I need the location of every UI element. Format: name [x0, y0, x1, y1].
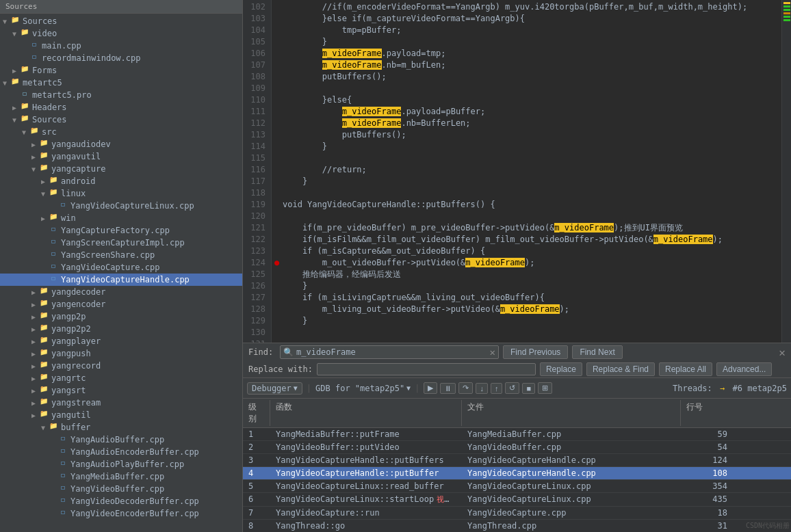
table-row[interactable]: 2YangVideoBuffer::putVideoYangVideoBuffe…: [243, 441, 791, 454]
sidebar-item-metartc5[interactable]: ▼📁metartc5: [0, 77, 242, 89]
sidebar-item-yangvideobuffer-cpp[interactable]: ◻YangVideoBuffer.cpp: [0, 483, 242, 495]
debug-step-over-btn[interactable]: ↷: [458, 382, 473, 394]
sidebar-item-yangvideodecoderbuffer-cpp[interactable]: ◻YangVideoDecoderBuffer.cpp: [0, 495, 242, 507]
right-scrollbar-marks: [781, 0, 791, 343]
folder-arrow-icon: ▶: [29, 350, 38, 358]
find-clear-icon[interactable]: ✕: [490, 347, 495, 358]
sidebar-item-android[interactable]: ▶📁android: [0, 175, 242, 187]
code-line: }else{: [274, 94, 779, 106]
sidebar-item-yangp2p2[interactable]: ▶📁yangp2p2: [0, 323, 242, 335]
debug-interrupt-btn[interactable]: ⏸: [440, 383, 456, 394]
find-input[interactable]: [296, 347, 490, 357]
sidebar-item-yangencoder[interactable]: ▶📁yangencoder: [0, 298, 242, 310]
table-row[interactable]: 7YangVideoCapture::runYangVideoCapture.c…: [243, 507, 791, 520]
debugger-dropdown[interactable]: Debugger ▼: [247, 382, 302, 395]
tree-item-label: YangAudioEncoderBuffer.cpp: [70, 447, 199, 457]
replace-input[interactable]: [320, 364, 532, 374]
sidebar-item-yangmediabuffer-cpp[interactable]: ◻YangMediaBuffer.cpp: [0, 470, 242, 483]
threads-selector[interactable]: Threads: → #6 metap2p5: [673, 384, 787, 393]
sidebar-item-recordmainwindow-cpp[interactable]: ◻recordmainwindow.cpp: [0, 52, 242, 64]
debug-step-out-btn[interactable]: ↑: [491, 383, 503, 394]
sidebar-item-yangscreencaptureimpl-cpp[interactable]: ◻YangScreenCaptureImpl.cpp: [0, 237, 242, 249]
call-level: 3: [243, 454, 270, 466]
sidebar-item-yangcapturefactory-cpp[interactable]: ◻YangCaptureFactory.cpp: [0, 224, 242, 237]
sidebar-item-forms[interactable]: ▶📁Forms: [0, 64, 242, 77]
find-bar-close-icon[interactable]: ✕: [779, 346, 786, 359]
sidebar-item-src[interactable]: ▼📁src: [0, 126, 242, 138]
cpp-file-icon: ◻: [48, 274, 59, 285]
replace-all-button[interactable]: Replace All: [659, 362, 712, 376]
sidebar-item-yangvideocapturelinux-cpp[interactable]: ◻YangVideoCaptureLinux.cpp: [0, 200, 242, 212]
folder-icon: 📁: [19, 28, 30, 39]
line-number: 128: [248, 304, 265, 315]
debug-extra-btn[interactable]: ⊞: [538, 382, 552, 394]
sidebar-item-metartc5-pro[interactable]: ◻metartc5.pro: [0, 89, 242, 101]
line-number-cell: 54: [681, 441, 736, 453]
code-content[interactable]: //if(m_encoderVideoFormat==YangArgb) m_y…: [272, 0, 781, 343]
debug-run-btn[interactable]: ▶: [424, 382, 437, 394]
sidebar-item-yangvideoencoderbuffer-cpp[interactable]: ◻YangVideoEncoderBuffer.cpp: [0, 507, 242, 520]
sidebar-tree[interactable]: ▼📁Sources▼📁video◻main.cpp◻recordmainwind…: [0, 14, 242, 532]
code-text: if(m_isFilm&&m_film_out_videoBuffer) m_f…: [283, 234, 779, 245]
table-row[interactable]: 8YangThread::goYangThread.cpp31: [243, 520, 791, 532]
sidebar-item-win[interactable]: ▶📁win: [0, 212, 242, 224]
sidebar-item-yangutil[interactable]: ▶📁yangutil: [0, 409, 242, 421]
breakpoint-active: ●: [274, 257, 283, 269]
sidebar-item-yangplayer[interactable]: ▶📁yangplayer: [0, 335, 242, 347]
replace-button[interactable]: Replace: [540, 362, 582, 376]
sidebar-item-yangrtc[interactable]: ▶📁yangrtc: [0, 372, 242, 384]
table-body: 1YangMediaBuffer::putFrameYangMediaBuffe…: [243, 428, 791, 532]
sidebar-item-sources[interactable]: ▼📁Sources: [0, 114, 242, 126]
code-line: m_videoFrame.nb=m_bufLen;: [274, 59, 779, 71]
advanced-button[interactable]: Advanced...: [716, 362, 772, 376]
sidebar-item-headers[interactable]: ▶📁Headers: [0, 101, 242, 114]
sidebar-item-linux[interactable]: ▼📁linux: [0, 187, 242, 200]
sidebar-item-yangdecoder[interactable]: ▶📁yangdecoder: [0, 286, 242, 298]
sidebar-item-yangaudiodev[interactable]: ▶📁yangaudiodev: [0, 138, 242, 150]
table-row[interactable]: 5YangVideoCaptureLinux::read_bufferYangV…: [243, 480, 791, 493]
code-line: void YangVideoCaptureHandle::putBuffers(…: [274, 199, 779, 211]
file-name: YangVideoBuffer.cpp: [462, 441, 681, 453]
folder-icon: 📁: [38, 410, 49, 421]
folder-arrow-icon: ▶: [29, 387, 38, 395]
sidebar-item-yangavutil[interactable]: ▶📁yangavutil: [0, 150, 242, 163]
code-line: }: [274, 315, 779, 327]
sidebar-item-yangsrt[interactable]: ▶📁yangsrt: [0, 384, 242, 397]
tree-item-label: yangrtc: [51, 373, 86, 383]
find-next-button[interactable]: Find Next: [572, 345, 622, 359]
debug-stop-btn[interactable]: ■: [522, 383, 535, 394]
sidebar-item-buffer[interactable]: ▼📁buffer: [0, 421, 242, 434]
highlighted-token: m_videoFrame: [342, 107, 402, 116]
sidebar-item-main-cpp[interactable]: ◻main.cpp: [0, 40, 242, 52]
table-row[interactable]: 3YangVideoCaptureHandle::putBuffersYangV…: [243, 454, 791, 467]
folder-arrow-icon: ▼: [10, 30, 19, 38]
sidebar-item-yangrecord[interactable]: ▶📁yangrecord: [0, 360, 242, 372]
sidebar-item-yangaudiobuffer-cpp[interactable]: ◻YangAudioBuffer.cpp: [0, 434, 242, 446]
sidebar-item-yangpush[interactable]: ▶📁yangpush: [0, 347, 242, 360]
sidebar-item-video[interactable]: ▼📁video: [0, 27, 242, 40]
sidebar-item-yangcapture[interactable]: ▼📁yangcapture: [0, 163, 242, 175]
highlighted-token: m_videoFrame: [322, 49, 382, 58]
line-number: 108: [248, 71, 265, 83]
table-row[interactable]: 1YangMediaBuffer::putFrameYangMediaBuffe…: [243, 428, 791, 441]
replace-and-find-button[interactable]: Replace & Find: [586, 362, 655, 376]
debug-restart-btn[interactable]: ↺: [505, 382, 519, 394]
gdb-selector[interactable]: GDB for "metap2p5" ▼: [315, 384, 411, 393]
sidebar-item-yangscreenshare-cpp[interactable]: ◻YangScreenShare.cpp: [0, 249, 242, 261]
cpp-file-icon: ◻: [48, 237, 59, 248]
sidebar-item-yangaudioencoderbuffer-cpp[interactable]: ◻YangAudioEncoderBuffer.cpp: [0, 446, 242, 458]
table-row[interactable]: 6YangVideoCaptureLinux::startLoop视频采集线程Y…: [243, 493, 791, 507]
tree-item-label: YangAudioPlayBuffer.cpp: [70, 460, 184, 469]
sidebar-item-yangvideocapturehandle-cpp[interactable]: ◻YangVideoCaptureHandle.cpp: [0, 274, 242, 286]
call-level: 1: [243, 428, 270, 440]
find-previous-button[interactable]: Find Previous: [503, 345, 568, 359]
table-row[interactable]: 4YangVideoCaptureHandle::putBufferYangVi…: [243, 467, 791, 480]
debug-step-into-btn[interactable]: ↓: [476, 383, 488, 394]
sidebar-item-yangvideocapture-cpp[interactable]: ◻YangVideoCapture.cpp: [0, 261, 242, 274]
sidebar-item-yangp2p[interactable]: ▶📁yangp2p: [0, 310, 242, 323]
sidebar-item-sources[interactable]: ▼📁Sources: [0, 15, 242, 27]
sidebar-header: Sources: [0, 0, 242, 14]
sidebar-item-yangstream[interactable]: ▶📁yangstream: [0, 397, 242, 409]
sidebar-item-yangaudioplaybuffer-cpp[interactable]: ◻YangAudioPlayBuffer.cpp: [0, 458, 242, 470]
code-line: }: [274, 280, 779, 292]
